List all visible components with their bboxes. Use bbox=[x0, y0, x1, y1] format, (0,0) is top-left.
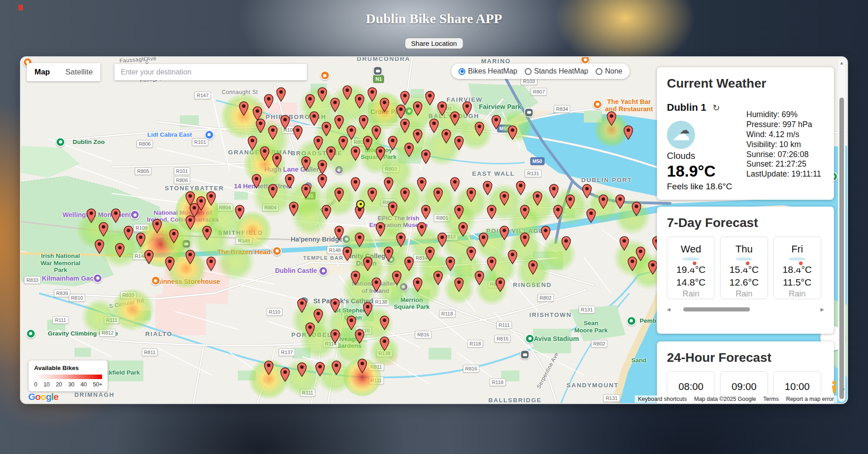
bike-station-marker[interactable] bbox=[359, 115, 369, 130]
share-location-button[interactable]: Share Location bbox=[405, 38, 464, 49]
map-type-satellite-button[interactable]: Satellite bbox=[58, 63, 100, 81]
bike-station-marker[interactable] bbox=[384, 177, 394, 192]
bike-station-marker[interactable] bbox=[404, 257, 414, 271]
bike-station-marker[interactable] bbox=[247, 136, 257, 151]
bike-station-marker[interactable] bbox=[487, 205, 497, 220]
bike-station-marker[interactable] bbox=[388, 202, 398, 217]
bike-station-marker[interactable] bbox=[450, 177, 460, 192]
bike-station-marker[interactable] bbox=[528, 260, 538, 275]
sidebar-scrollbar[interactable]: ▲ bbox=[838, 59, 845, 402]
bike-station-marker[interactable] bbox=[380, 336, 390, 351]
bike-station-marker[interactable] bbox=[330, 98, 340, 113]
bike-station-marker[interactable] bbox=[301, 156, 311, 171]
bike-station-marker[interactable] bbox=[305, 322, 315, 337]
bike-station-marker[interactable] bbox=[458, 222, 468, 237]
bike-station-marker[interactable] bbox=[631, 202, 641, 217]
bike-station-marker[interactable] bbox=[388, 136, 398, 151]
bike-station-marker[interactable] bbox=[264, 360, 274, 375]
bike-station-marker[interactable] bbox=[380, 98, 390, 113]
bike-station-marker[interactable] bbox=[474, 122, 484, 137]
pegman-icon[interactable] bbox=[830, 380, 838, 396]
bike-station-marker[interactable] bbox=[400, 91, 410, 106]
bike-station-marker[interactable] bbox=[413, 101, 423, 116]
bike-station-marker[interactable] bbox=[627, 257, 637, 271]
bike-station-marker[interactable] bbox=[508, 250, 518, 265]
overlay-option-none[interactable]: None bbox=[596, 67, 622, 75]
bike-station-marker[interactable] bbox=[99, 222, 108, 237]
bike-station-marker[interactable] bbox=[466, 247, 476, 262]
bike-station-marker[interactable] bbox=[615, 194, 625, 209]
bike-station-marker[interactable] bbox=[450, 111, 460, 126]
bike-station-marker[interactable] bbox=[454, 277, 464, 292]
bike-station-marker[interactable] bbox=[206, 257, 216, 271]
bike-station-marker[interactable] bbox=[367, 87, 377, 102]
bike-station-marker[interactable] bbox=[136, 232, 146, 247]
bike-station-marker[interactable] bbox=[363, 136, 373, 151]
bike-station-marker[interactable] bbox=[582, 184, 592, 199]
bike-station-marker[interactable] bbox=[331, 360, 341, 375]
bike-station-marker[interactable] bbox=[235, 205, 245, 220]
bike-station-marker[interactable] bbox=[417, 177, 427, 192]
bike-station-marker[interactable] bbox=[425, 91, 435, 106]
bike-station-marker[interactable] bbox=[239, 101, 249, 116]
bike-station-marker[interactable] bbox=[334, 226, 344, 241]
forecast-day-card[interactable]: Wed☁19.4°C14.8°CRain bbox=[667, 237, 715, 299]
bike-station-marker[interactable] bbox=[305, 94, 315, 109]
bike-station-marker[interactable] bbox=[400, 118, 410, 133]
refresh-icon[interactable]: ↻ bbox=[713, 103, 720, 113]
bike-station-marker[interactable] bbox=[111, 208, 121, 223]
bike-station-marker[interactable] bbox=[355, 329, 365, 344]
bike-station-marker[interactable] bbox=[478, 232, 488, 247]
bike-station-marker[interactable] bbox=[392, 271, 402, 286]
bike-station-marker[interactable] bbox=[252, 174, 261, 189]
bike-station-marker[interactable] bbox=[334, 188, 344, 202]
bike-station-marker[interactable] bbox=[367, 188, 377, 202]
attribution-link[interactable]: Report a map error bbox=[783, 395, 837, 403]
bike-station-marker[interactable] bbox=[404, 143, 414, 158]
bike-station-marker[interactable] bbox=[466, 188, 476, 202]
bike-station-marker[interactable] bbox=[321, 205, 331, 220]
selected-station-marker[interactable] bbox=[356, 200, 365, 208]
bike-station-marker[interactable] bbox=[425, 247, 435, 262]
bike-station-marker[interactable] bbox=[483, 181, 493, 196]
bike-station-marker[interactable] bbox=[413, 129, 423, 144]
bike-station-marker[interactable] bbox=[346, 316, 356, 331]
bike-station-marker[interactable] bbox=[520, 205, 530, 220]
bike-station-marker[interactable] bbox=[623, 125, 633, 140]
bike-station-marker[interactable] bbox=[371, 277, 381, 292]
bike-station-marker[interactable] bbox=[350, 177, 360, 192]
bike-station-marker[interactable] bbox=[607, 111, 616, 126]
bike-station-marker[interactable] bbox=[561, 236, 571, 251]
bike-station-marker[interactable] bbox=[260, 146, 270, 161]
bike-station-marker[interactable] bbox=[123, 226, 133, 241]
attribution-link[interactable]: Map data ©2025 Google bbox=[691, 395, 759, 403]
bike-station-marker[interactable] bbox=[487, 257, 497, 271]
bike-station-marker[interactable] bbox=[499, 191, 509, 206]
bike-station-marker[interactable] bbox=[516, 181, 526, 196]
bike-station-marker[interactable] bbox=[285, 174, 295, 189]
bike-station-marker[interactable] bbox=[280, 367, 290, 382]
bike-station-marker[interactable] bbox=[309, 111, 319, 126]
bike-station-marker[interactable] bbox=[375, 222, 385, 237]
bike-station-marker[interactable] bbox=[152, 219, 162, 234]
bike-station-marker[interactable] bbox=[355, 232, 365, 247]
bike-station-marker[interactable] bbox=[317, 174, 327, 189]
overlay-option-stands-heatmap[interactable]: Stands HeatMap bbox=[525, 67, 588, 75]
bike-station-marker[interactable] bbox=[433, 188, 443, 202]
bike-station-marker[interactable] bbox=[293, 125, 303, 140]
bike-station-marker[interactable] bbox=[474, 271, 484, 286]
bike-station-marker[interactable] bbox=[297, 362, 307, 377]
bike-station-marker[interactable] bbox=[264, 94, 274, 109]
bike-station-marker[interactable] bbox=[268, 184, 278, 199]
bike-station-marker[interactable] bbox=[342, 85, 352, 100]
bike-station-marker[interactable] bbox=[94, 239, 104, 254]
bike-station-marker[interactable] bbox=[86, 208, 96, 223]
bike-station-marker[interactable] bbox=[495, 277, 505, 292]
scrollbar-track[interactable] bbox=[673, 307, 818, 311]
bike-station-marker[interactable] bbox=[648, 260, 658, 275]
bike-station-marker[interactable] bbox=[357, 359, 367, 374]
radio-icon[interactable] bbox=[596, 68, 602, 75]
sidebar-scrollbar-thumb[interactable] bbox=[839, 98, 844, 399]
bike-station-marker[interactable] bbox=[421, 149, 431, 164]
bike-station-marker[interactable] bbox=[586, 208, 596, 223]
